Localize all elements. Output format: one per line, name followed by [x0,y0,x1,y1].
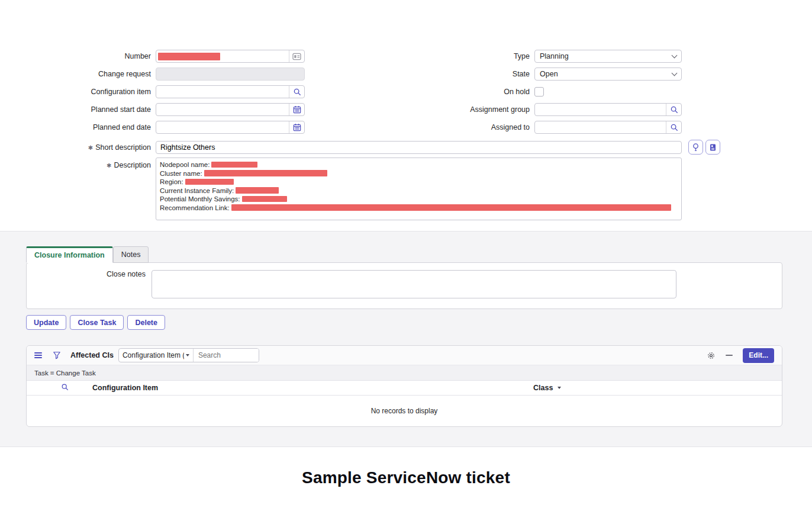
short-description-side-buttons [688,140,720,155]
description-line: Cluster name: [160,169,678,178]
close-notes-row: Close notes [27,263,782,298]
state-select[interactable]: Open [534,68,682,81]
redacted-value [242,196,287,203]
closure-information-panel: Close notes [26,262,782,309]
configuration-item-field[interactable] [156,85,305,98]
field-row-planned-end-date: Planned end date [0,121,305,134]
caret-down-icon [186,354,189,356]
change-request-field [156,68,305,81]
description-line: Potential Monthly Savings: [160,195,678,204]
form-right-column: Type Planning State Open On hold Assignm… [379,50,682,139]
field-label: Number [0,52,151,60]
description-textarea[interactable]: Nodepool name: Cluster name: Region: Cur… [156,158,682,220]
hamburger-icon[interactable] [34,352,42,358]
breadcrumb[interactable]: Task = Change Task [34,369,96,377]
form-left-column: Number Change request Configuration item [0,50,305,139]
assignment-group-field[interactable] [534,103,682,116]
form-action-buttons: Update Close Task Delete [26,315,782,330]
on-hold-checkbox[interactable] [534,87,544,97]
field-row-change-request: Change request [0,68,305,81]
field-label: Planned start date [0,105,151,114]
lower-section: Closure Information Notes Close notes Up… [0,231,812,447]
assigned-to-input[interactable] [535,121,666,133]
minimize-icon[interactable] [726,355,733,356]
funnel-icon[interactable] [53,351,61,359]
search-icon[interactable] [666,121,681,133]
image-caption: Sample ServiceNow ticket [0,468,812,487]
type-select[interactable]: Planning [534,50,682,63]
field-row-assignment-group: Assignment group [379,103,682,116]
related-list-title: Affected CIs [70,351,114,359]
lightbulb-icon[interactable] [688,140,703,155]
field-row-state: State Open [379,68,682,81]
calendar-icon[interactable] [289,104,304,115]
search-column-select[interactable]: Configuration Item ( [119,349,194,362]
field-label: Assigned to [379,123,530,131]
page: Number Change request Configuration item [0,0,812,487]
redacted-value [185,179,234,185]
tab-notes[interactable]: Notes [113,246,149,263]
planned-end-date-field[interactable] [156,121,305,134]
search-column-value: Configuration Item ( [123,351,184,359]
close-notes-label: Close notes [27,270,152,298]
list-header-row: Configuration Item Class [27,381,782,396]
gear-icon[interactable] [707,351,716,360]
preview-record-icon[interactable] [289,50,304,62]
field-label: Type [379,52,530,60]
planned-start-date-field[interactable] [156,103,305,116]
description-line: Nodepool name: [160,160,678,169]
field-label: Planned end date [0,123,151,131]
affected-cis-related-list: Affected CIs Configuration Item ( Edit..… [26,345,782,427]
search-icon[interactable] [289,86,304,98]
field-row-type: Type Planning [379,50,682,63]
search-icon[interactable] [666,104,681,115]
field-label: ✱Description [0,158,151,220]
configuration-item-input[interactable] [156,86,289,98]
assignment-group-input[interactable] [535,104,666,115]
field-label: Change request [0,70,151,78]
short-description-field[interactable] [156,141,682,154]
number-value-area[interactable] [156,53,289,60]
mandatory-icon: ✱ [88,144,93,151]
tab-closure-information[interactable]: Closure Information [26,246,113,263]
field-row-planned-start-date: Planned start date [0,103,305,116]
short-description-input[interactable] [156,142,681,153]
delete-button[interactable]: Delete [127,315,165,330]
column-header-configuration-item[interactable]: Configuration Item [92,384,158,392]
number-field[interactable] [156,50,305,63]
empty-list-message: No records to display [27,396,782,426]
field-row-number: Number [0,50,305,63]
planned-end-date-input[interactable] [156,121,289,133]
toolbar-right-controls: Edit... [707,348,774,363]
list-search-combo: Configuration Item ( [118,348,259,362]
search-icon[interactable] [61,383,69,391]
description-line: Current Instance Family: [160,187,678,195]
redacted-value [236,187,279,194]
redacted-value [211,162,257,168]
knowledge-icon[interactable] [705,140,720,155]
field-row-assigned-to: Assigned to [379,121,682,134]
update-button[interactable]: Update [26,315,66,330]
chevron-down-icon [672,52,678,58]
tab-strip: Closure Information Notes [26,246,782,262]
related-list-toolbar: Affected CIs Configuration Item ( Edit..… [27,346,782,365]
column-header-class[interactable]: Class [533,384,561,392]
change-task-form: Number Change request Configuration item [0,0,812,231]
caret-down-icon [558,387,561,389]
close-notes-textarea[interactable] [152,270,676,298]
field-label: On hold [379,88,530,96]
assigned-to-field[interactable] [534,121,682,134]
chevron-down-icon [672,70,678,76]
close-task-button[interactable]: Close Task [70,315,124,330]
field-row-configuration-item: Configuration item [0,85,305,98]
redacted-value [204,170,327,176]
list-search-input[interactable] [194,349,259,362]
calendar-icon[interactable] [289,121,304,133]
planned-start-date-input[interactable] [156,104,289,115]
edit-button[interactable]: Edit... [743,348,774,363]
state-select-value: Open [540,70,672,78]
list-breadcrumb-row: Task = Change Task [27,365,782,381]
redacted-number-value [158,53,220,60]
redacted-value [231,204,671,211]
type-select-value: Planning [540,52,672,60]
